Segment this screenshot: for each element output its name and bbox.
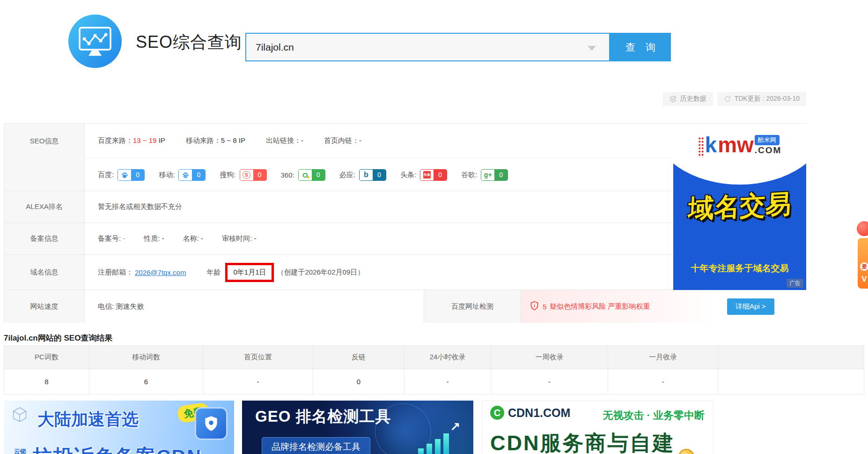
homepage-inlinks: 首页内链：- — [324, 136, 361, 145]
layers-icon — [669, 95, 677, 103]
google-index-badge[interactable]: g+ 0 — [481, 169, 508, 181]
risk-count: 5 — [543, 303, 546, 311]
shield-badge-icon — [195, 407, 228, 440]
icp-review-time: 审核时间: - — [222, 234, 256, 243]
sogou-icon: S — [240, 170, 253, 180]
search-box — [245, 33, 610, 61]
col-week-index: 一周收录 — [491, 346, 608, 369]
icp-number: 备案号: - — [98, 234, 125, 243]
trend-arrow-icon: ↗ — [450, 420, 460, 434]
engine-baidu: 百度: 0 — [98, 169, 145, 181]
row-label-alexa: ALEXA排名 — [4, 191, 85, 223]
row-label-domain: 域名信息 — [4, 255, 85, 290]
col-pc-words: PC词数 — [4, 346, 89, 369]
app-logo-icon — [68, 14, 122, 68]
results-header-row: PC词数 移动词数 首页位置 反链 24小时收录 一周收录 一月收录 — [4, 346, 864, 369]
google-plus-icon: g+ — [481, 170, 494, 180]
seo-query-page: SEO综合查询 查 询 历史数据 TDK更新 : 2026-03-10 — [0, 0, 868, 454]
toutiao-index-badge[interactable]: 头条 0 — [420, 169, 447, 181]
header-filler — [718, 346, 864, 369]
row-label-seo-info: SEO信息 — [4, 124, 85, 191]
engine-360: 360: O 0 — [281, 169, 325, 181]
cdn1-banner[interactable]: C CDN1.COM 无视攻击 · 业务零中断 CDN服务商与自建 — [482, 401, 714, 454]
banner-brand: 云锁 — [14, 447, 26, 454]
val-mobile-words: 6 — [89, 369, 203, 394]
traffic-line: 百度来路：13 ~ 19 IP 移动来路：5 ~ 8 IP 出站链接：- 首页内… — [85, 124, 673, 158]
svg-text:m: m — [184, 175, 186, 178]
col-home-position: 首页位置 — [203, 346, 313, 369]
search-input[interactable] — [246, 34, 609, 60]
bing-index-badge[interactable]: b 0 — [359, 169, 386, 181]
age-label: 年龄 — [206, 268, 221, 277]
floater-dot-icon — [857, 221, 868, 236]
refresh-icon — [724, 95, 731, 103]
risk-warning: ! 5 疑似色情博彩风险 严重影响权重 — [521, 290, 717, 323]
engine-baidu-mobile: 移动: m 0 — [159, 169, 206, 181]
360-index-badge[interactable]: O 0 — [298, 169, 325, 181]
coin-decoration — [678, 449, 694, 454]
ad-tagline: 十年专注服务于域名交易 — [673, 262, 806, 275]
page-title: SEO综合查询 — [136, 31, 242, 54]
baidu-mobile-index-badge[interactable]: m 0 — [178, 169, 206, 181]
floater-body: 爱 V — [858, 238, 868, 289]
speed-row: 电信: 测速失败 百度网址检测 ! 5 疑似色情博彩风险 严重影响权重 详细Ap… — [85, 290, 807, 323]
svg-text:!: ! — [534, 303, 535, 308]
email-label: 注册邮箱： — [98, 268, 133, 277]
val-24h-index: - — [405, 369, 491, 394]
row-label-icp: 备案信息 — [4, 223, 85, 255]
val-month-index: - — [608, 369, 718, 394]
engine-bing: 必应: b 0 — [339, 169, 386, 181]
results-table: PC词数 移动词数 首页位置 反链 24小时收录 一周收录 一月收录 8 6 -… — [4, 345, 864, 394]
telecom-speed-cell: 电信: 测速失败 — [85, 290, 424, 323]
kmw-cn-badge: 酷米网 — [755, 135, 780, 145]
results-heading: 7ilajol.cn网站的 SEO查询结果 — [4, 333, 112, 343]
bing-icon: b — [360, 170, 373, 180]
baidu-mobile-paw-icon: m — [179, 170, 192, 180]
kmw-domain-ad[interactable]: k mw 酷米网 .COM 域名交易 十年专注服务于域名交易 广告 — [673, 124, 806, 290]
cdn1-c-icon: C — [490, 406, 504, 420]
geo-rank-tool-banner[interactable]: GEO 排名检测工具 品牌排名检测必备工具 ↗ — [242, 401, 473, 454]
alexa-status-text: 暂无排名或相关数据不充分 — [98, 202, 182, 211]
val-backlinks: 0 — [313, 369, 405, 394]
engine-google: 谷歌: g+ 0 — [461, 169, 508, 181]
shield-warning-icon: ! — [530, 301, 539, 312]
value-filler — [718, 369, 864, 394]
cdn-accel-banner[interactable]: 云锁 大陆加速首选 免费 拉投诉免备案CDN — [4, 401, 234, 454]
floater-badge: 爱 — [860, 262, 868, 271]
seo-summary-table: SEO信息 ALEXA排名 备案信息 域名信息 网站速度 百度来路：13 ~ 1… — [4, 123, 806, 322]
query-button[interactable]: 查 询 — [610, 33, 671, 61]
tdk-update-button[interactable]: TDK更新 : 2026-03-10 — [717, 92, 806, 106]
baidu-paw-icon — [118, 170, 131, 180]
outbound-links: 出站链接：- — [266, 136, 303, 145]
col-backlinks: 反链 — [313, 346, 405, 369]
chevron-down-icon[interactable] — [588, 46, 596, 51]
icp-name: 名称: - — [183, 234, 203, 243]
row-label-speed: 网站速度 — [4, 290, 85, 323]
promo-floater[interactable]: 爱 V — [854, 221, 868, 289]
created-date-text: （创建于2026年02月09日） — [277, 268, 364, 277]
engine-toutiao: 头条: 头条 0 — [400, 169, 447, 181]
sogou-index-badge[interactable]: S 0 — [240, 169, 267, 181]
registrant-email-link[interactable]: 2026@7tqx.com — [135, 268, 186, 276]
icp-row: 备案号: - 性质: - 名称: - 审核时间: - — [85, 223, 673, 255]
alexa-row: 暂无排名或相关数据不充分 — [85, 191, 673, 223]
ad-label-tag: 广告 — [787, 279, 803, 288]
ad-headline: 域名交易 — [673, 186, 806, 227]
baidu-url-check-cell: 百度网址检测 — [424, 290, 521, 323]
engine-index-line: 百度: 0 移动: m 0 — [85, 158, 673, 191]
toutiao-icon: 头条 — [420, 170, 434, 180]
col-month-index: 一月收录 — [608, 346, 718, 369]
detail-api-button[interactable]: 详细Api > — [727, 298, 774, 315]
toolbar: 历史数据 TDK更新 : 2026-03-10 — [4, 92, 806, 106]
history-data-button[interactable]: 历史数据 — [662, 92, 713, 106]
360-icon: O — [299, 170, 312, 180]
col-24h-index: 24小时收录 — [405, 346, 491, 369]
val-week-index: - — [491, 369, 608, 394]
results-value-row: 8 6 - 0 - - - — [4, 369, 864, 394]
kmw-logo: k mw 酷米网 .COM — [673, 134, 806, 157]
val-pc-words: 8 — [4, 369, 89, 394]
baidu-index-badge[interactable]: 0 — [118, 169, 145, 181]
val-home-position: - — [203, 369, 313, 394]
mobile-traffic: 移动来路：5 ~ 8 IP — [186, 136, 245, 145]
risk-text: 疑似色情博彩风险 严重影响权重 — [550, 302, 650, 311]
